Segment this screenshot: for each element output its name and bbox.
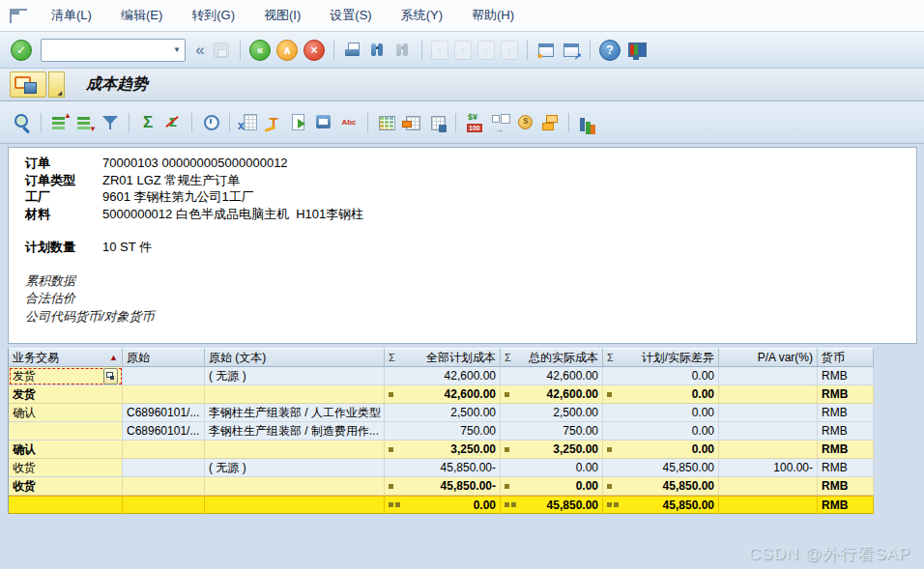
services-button[interactable] bbox=[10, 71, 46, 98]
column-header-transaction[interactable]: 业务交易▲ bbox=[9, 348, 123, 367]
menu-help[interactable]: 帮助(H) bbox=[457, 0, 529, 31]
collapse-icon[interactable]: « bbox=[192, 39, 208, 62]
sum-icon[interactable]: Σ bbox=[136, 111, 159, 134]
window-pair-icon[interactable] bbox=[488, 111, 511, 134]
cell-transaction[interactable]: 确认 bbox=[9, 404, 123, 422]
cell-origin_text[interactable] bbox=[205, 385, 385, 404]
graphic-icon[interactable] bbox=[576, 111, 599, 134]
cell-currency[interactable]: RMB bbox=[818, 367, 874, 385]
cell-plan[interactable]: 42,600.00 bbox=[385, 385, 501, 404]
cell-variance[interactable]: 0.00 bbox=[603, 404, 719, 422]
cancel-icon[interactable]: × bbox=[303, 40, 325, 61]
cell-origin[interactable] bbox=[123, 459, 205, 477]
create-shortcut-icon[interactable] bbox=[560, 39, 583, 62]
menu-list[interactable]: 清单(L) bbox=[37, 0, 106, 31]
cell-variance[interactable]: 0.00 bbox=[603, 441, 719, 459]
menu-view[interactable]: 视图(I) bbox=[249, 0, 315, 31]
back-icon[interactable]: « bbox=[249, 40, 271, 61]
up-icon[interactable]: ∧ bbox=[276, 40, 298, 61]
find-icon[interactable] bbox=[366, 39, 390, 62]
cell-currency[interactable]: RMB bbox=[818, 459, 874, 477]
cell-plan[interactable]: 0.00 bbox=[385, 496, 501, 514]
column-header-variance[interactable]: Σ计划/实际差异 bbox=[603, 348, 719, 367]
cell-variance[interactable]: 0.00 bbox=[603, 422, 719, 441]
new-session-icon[interactable] bbox=[534, 39, 558, 62]
clock-icon[interactable] bbox=[199, 111, 222, 134]
cell-actual[interactable]: 45,850.00 bbox=[501, 496, 603, 514]
sort-desc-icon[interactable] bbox=[73, 111, 97, 134]
cell-origin_text[interactable] bbox=[205, 441, 385, 459]
cell-actual[interactable]: 42,600.00 bbox=[501, 367, 603, 385]
cell-currency[interactable]: RMB bbox=[818, 441, 874, 459]
cell-origin[interactable]: C68960101/... bbox=[123, 422, 205, 441]
cells-icon[interactable] bbox=[538, 111, 562, 134]
cell-transaction[interactable] bbox=[9, 496, 123, 514]
cell-currency[interactable]: RMB bbox=[818, 404, 874, 422]
save-layout-icon[interactable] bbox=[425, 111, 448, 134]
cell-pa_var[interactable] bbox=[719, 422, 818, 441]
cell-pa_var[interactable] bbox=[719, 496, 818, 514]
cell-pa_var[interactable] bbox=[719, 367, 818, 385]
cell-actual[interactable]: 3,250.00 bbox=[501, 441, 603, 459]
system-menu-icon[interactable] bbox=[10, 9, 27, 23]
column-header-origin_text[interactable]: 原始 (文本) bbox=[205, 348, 385, 367]
command-field[interactable]: ▼ bbox=[41, 39, 186, 62]
column-header-actual[interactable]: Σ总的实际成本 bbox=[501, 348, 603, 367]
cell-origin_text[interactable] bbox=[205, 477, 385, 496]
column-header-plan[interactable]: Σ全部计划成本 bbox=[385, 348, 501, 367]
sort-asc-icon[interactable] bbox=[48, 111, 72, 134]
cell-plan[interactable]: 45,850.00- bbox=[385, 459, 501, 477]
cell-actual[interactable]: 0.00 bbox=[501, 459, 603, 477]
excel-view-icon[interactable] bbox=[237, 111, 260, 134]
cell-transaction[interactable]: 发货 bbox=[9, 367, 123, 385]
column-header-pa_var[interactable]: P/A var(%) bbox=[719, 348, 818, 367]
cell-actual[interactable]: 42,600.00 bbox=[501, 385, 603, 404]
cell-transaction[interactable]: 收货 bbox=[9, 459, 123, 477]
currency-icon[interactable] bbox=[463, 111, 486, 134]
cell-plan[interactable]: 42,600.00 bbox=[385, 367, 501, 385]
cell-transaction[interactable]: 发货 bbox=[9, 385, 123, 404]
column-header-origin[interactable]: 原始 bbox=[123, 348, 205, 367]
customize-layout-icon[interactable] bbox=[624, 39, 648, 62]
cell-origin_text[interactable] bbox=[205, 496, 385, 514]
cell-variance[interactable]: 0.00 bbox=[603, 367, 719, 385]
coin-icon[interactable] bbox=[513, 111, 536, 134]
cell-origin_text[interactable]: ( 无源 ) bbox=[205, 459, 385, 477]
choose-layout-icon[interactable] bbox=[375, 111, 398, 134]
menu-goto[interactable]: 转到(G) bbox=[177, 0, 249, 31]
subtotal-icon[interactable]: Σ bbox=[161, 111, 185, 134]
cell-pa_var[interactable] bbox=[719, 441, 818, 459]
cell-variance[interactable]: 0.00 bbox=[603, 385, 719, 404]
cell-actual[interactable]: 0.00 bbox=[501, 477, 603, 496]
cell-variance[interactable]: 45,850.00 bbox=[603, 477, 719, 496]
help-icon[interactable]: ? bbox=[599, 40, 621, 61]
column-header-currency[interactable]: 货币 bbox=[818, 348, 874, 367]
change-layout-icon[interactable] bbox=[400, 111, 423, 134]
cell-origin[interactable] bbox=[123, 477, 205, 496]
print-icon[interactable] bbox=[341, 39, 364, 62]
cell-actual[interactable]: 750.00 bbox=[501, 422, 603, 441]
cell-origin_text[interactable]: ( 无源 ) bbox=[205, 367, 385, 385]
cell-pa_var[interactable]: 100.00- bbox=[719, 459, 818, 477]
cell-pa_var[interactable] bbox=[719, 477, 818, 496]
cell-origin[interactable] bbox=[123, 496, 205, 514]
cell-variance[interactable]: 45,850.00 bbox=[603, 496, 719, 514]
cell-plan[interactable]: 45,850.00- bbox=[385, 477, 501, 496]
cell-actual[interactable]: 2,500.00 bbox=[501, 404, 603, 422]
cell-origin[interactable] bbox=[123, 367, 205, 385]
cell-plan[interactable]: 2,500.00 bbox=[385, 404, 501, 422]
menu-settings[interactable]: 设置(S) bbox=[315, 0, 386, 31]
details-icon[interactable] bbox=[11, 111, 34, 134]
local-file-icon[interactable] bbox=[287, 111, 310, 134]
cell-currency[interactable]: RMB bbox=[818, 477, 874, 496]
cell-currency[interactable]: RMB bbox=[818, 496, 874, 514]
cell-transaction[interactable]: 确认 bbox=[9, 441, 123, 459]
cell-origin[interactable] bbox=[123, 385, 205, 404]
word-processing-icon[interactable]: T bbox=[262, 111, 285, 134]
command-input[interactable] bbox=[42, 40, 169, 61]
cell-variance[interactable]: 45,850.00 bbox=[603, 459, 719, 477]
cell-origin_text[interactable]: 李钢柱生产组装部 / 制造费用作... bbox=[205, 422, 385, 441]
cell-origin[interactable] bbox=[123, 441, 205, 459]
cell-transaction[interactable]: 收货 bbox=[9, 477, 123, 496]
menu-system[interactable]: 系统(Y) bbox=[387, 0, 457, 31]
